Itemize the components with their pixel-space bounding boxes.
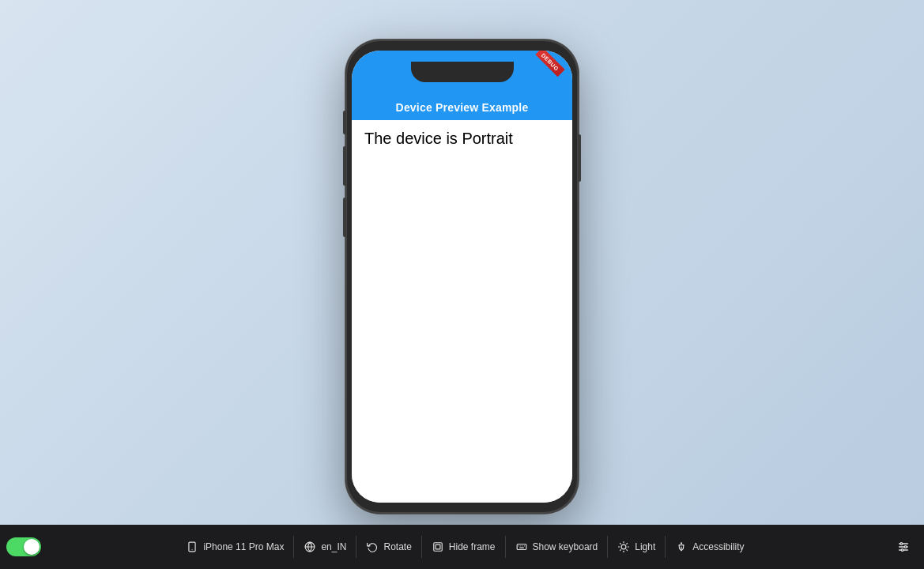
separator-1 <box>293 536 294 558</box>
svg-point-26 <box>900 543 903 545</box>
rotate-label: Rotate <box>383 541 411 552</box>
volume-up-button <box>343 146 346 186</box>
navbar-title: Device Preview Example <box>396 101 529 114</box>
settings-button[interactable] <box>889 536 918 558</box>
svg-rect-4 <box>434 543 443 552</box>
light-button[interactable]: Light <box>609 536 663 558</box>
content-text: The device is Portrait <box>364 130 513 147</box>
toggle-knob <box>24 539 40 555</box>
accessibility-button[interactable]: Accessibility <box>667 536 752 558</box>
bottom-toolbar: iPhone 11 Pro Max en_IN R <box>0 525 924 569</box>
accessibility-label: Accessibility <box>692 541 744 552</box>
locale-label: en_IN <box>321 541 346 552</box>
svg-point-21 <box>681 543 682 544</box>
hide-frame-label: Hide frame <box>449 541 496 552</box>
device-selector[interactable]: iPhone 11 Pro Max <box>178 536 292 558</box>
screen-content: The device is Portrait <box>352 120 572 503</box>
svg-point-27 <box>904 546 907 548</box>
keyboard-icon <box>515 541 528 553</box>
separator-5 <box>607 536 608 558</box>
silent-button <box>343 111 346 134</box>
rotate-button[interactable]: Rotate <box>358 536 419 558</box>
bottom-bar-left <box>6 537 41 556</box>
svg-rect-6 <box>517 545 526 550</box>
sun-icon <box>617 541 630 553</box>
rotate-icon <box>366 541 379 553</box>
screen-navbar: Device Preview Example <box>352 85 572 120</box>
phone-icon <box>186 541 198 553</box>
svg-point-12 <box>621 545 626 549</box>
phone-notch <box>411 62 514 82</box>
separator-2 <box>356 536 356 558</box>
canvas-area: DEBUG Device Preview Example The device … <box>0 0 924 569</box>
phone-screen: DEBUG Device Preview Example The device … <box>352 51 572 503</box>
show-keyboard-label: Show keyboard <box>533 541 598 552</box>
device-label: iPhone 11 Pro Max <box>203 541 284 552</box>
sliders-icon <box>897 541 910 553</box>
phone-frame: DEBUG Device Preview Example The device … <box>345 40 579 514</box>
hide-frame-button[interactable]: Hide frame <box>424 536 503 558</box>
locale-selector[interactable]: en_IN <box>296 536 354 558</box>
globe-icon <box>304 541 316 553</box>
svg-line-19 <box>620 550 621 551</box>
svg-line-16 <box>627 550 628 551</box>
separator-3 <box>421 536 422 558</box>
show-keyboard-button[interactable]: Show keyboard <box>507 536 606 558</box>
frame-icon <box>432 541 444 553</box>
svg-line-15 <box>620 543 621 544</box>
svg-line-20 <box>627 543 628 544</box>
separator-6 <box>665 536 666 558</box>
preview-toggle[interactable] <box>6 537 41 556</box>
accessibility-icon <box>675 541 688 553</box>
bottom-bar-items: iPhone 11 Pro Max en_IN R <box>178 536 752 558</box>
svg-point-28 <box>901 549 903 552</box>
svg-rect-5 <box>436 545 440 549</box>
volume-down-button <box>343 198 346 237</box>
light-label: Light <box>635 541 655 552</box>
power-button <box>578 134 581 182</box>
separator-4 <box>505 536 506 558</box>
